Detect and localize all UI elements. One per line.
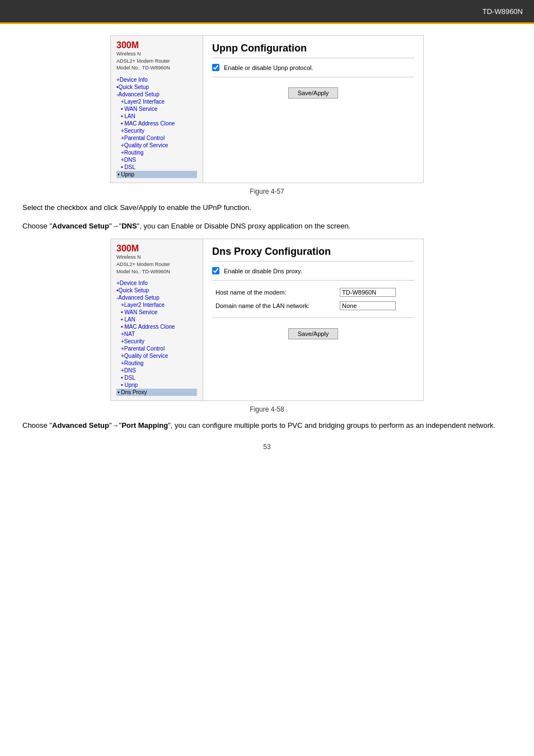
nav-device-info-1[interactable]: +Device Info (116, 76, 197, 83)
nav-upnp-1[interactable]: • Upnp (116, 171, 197, 178)
dns-enable-checkbox[interactable] (212, 267, 219, 274)
domain-input[interactable] (340, 301, 396, 310)
nav-advanced-setup-2[interactable]: -Advanced Setup (116, 294, 197, 301)
nav-layer2-2[interactable]: +Layer2 Interface (116, 301, 197, 309)
nav-security-1[interactable]: +Security (116, 127, 197, 134)
nav-quick-setup-2[interactable]: •Quick Setup (116, 287, 197, 294)
sidebar-upnp: 300M Wireless N ADSL2+ Modem Router Mode… (111, 36, 203, 183)
domain-row: Domain name of the LAN network: (213, 300, 413, 312)
nav-dns-1[interactable]: +DNS (116, 156, 197, 164)
nav-parental-1[interactable]: +Parental Control (116, 134, 197, 142)
paragraph-dns-intro: Choose "Advanced Setup"→"DNS", you can E… (22, 221, 512, 232)
dns-checkbox-row: Enable or disable Dns proxy. (212, 267, 414, 274)
sidebar-dns: 300M Wireless N ADSL2+ Modem Router Mode… (111, 239, 203, 400)
para2-bold1: Advanced Setup (52, 222, 109, 230)
router-main-upnp: Upnp Configuration Enable or disable Upn… (203, 36, 423, 183)
separator-1 (212, 77, 414, 77)
para3-bold1: Advanced Setup (52, 421, 109, 430)
nav-dsl-1[interactable]: • DSL (116, 164, 197, 171)
nav-parental-2[interactable]: +Parental Control (116, 345, 197, 352)
upnp-enable-checkbox[interactable] (212, 64, 219, 71)
nav-lan-2[interactable]: • LAN (116, 316, 197, 323)
nav-dns-proxy-2[interactable]: • Dns Proxy (116, 389, 197, 396)
nav-routing-1[interactable]: +Routing (116, 149, 197, 156)
domain-value-cell (338, 300, 413, 312)
dns-panel-title: Dns Proxy Configuration (212, 246, 414, 262)
separator-3 (212, 318, 414, 318)
para2-bold2: DNS (121, 222, 137, 230)
paragraph-port-mapping: Choose "Advanced Setup"→"Port Mapping", … (22, 420, 512, 432)
router-box-dns: 300M Wireless N ADSL2+ Modem Router Mode… (110, 239, 424, 401)
paragraph-upnp: Select the checkbox and click Save/Apply… (22, 202, 512, 214)
router-main-dns: Dns Proxy Configuration Enable or disabl… (203, 239, 423, 400)
nav-wan-service-2[interactable]: • WAN Service (116, 309, 197, 316)
dns-checkbox-label: Enable or disable Dns proxy. (224, 268, 302, 274)
top-bar-title: TD-W8960N (483, 7, 523, 16)
upnp-save-button[interactable]: Save/Apply (288, 87, 339, 99)
para3-bold2: Port Mapping (121, 421, 168, 430)
figure-caption-57: Figure 4-57 (22, 188, 512, 195)
upnp-checkbox-row: Enable or disable Upnp protocol. (212, 64, 414, 71)
upnp-panel-title: Upnp Configuration (212, 43, 414, 58)
dns-btn-container: Save/Apply (212, 324, 414, 339)
nav-quick-setup-1[interactable]: •Quick Setup (116, 83, 197, 91)
dns-save-button[interactable]: Save/Apply (288, 328, 339, 339)
top-bar: TD-W8960N (0, 0, 534, 22)
nav-routing-2[interactable]: +Routing (116, 360, 197, 367)
nav-dns-2[interactable]: +DNS (116, 367, 197, 374)
domain-label: Domain name of the LAN network: (213, 300, 336, 312)
nav-upnp-2[interactable]: • Upnp (116, 381, 197, 389)
separator-2 (212, 280, 414, 281)
router-logo-1: 300M Wireless N ADSL2+ Modem Router Mode… (116, 40, 197, 72)
dns-form-table: Host name of the modem: Domain name of t… (212, 285, 414, 313)
nav-dsl-2[interactable]: • DSL (116, 374, 197, 381)
nav-nat-2[interactable]: +NAT (116, 330, 197, 338)
host-input[interactable] (340, 288, 396, 297)
nav-layer2-1[interactable]: +Layer2 Interface (116, 98, 197, 105)
router-logo-2: 300M Wireless N ADSL2+ Modem Router Mode… (116, 244, 197, 275)
logo-300m-2: 300M (116, 244, 197, 254)
page-number: 53 (22, 443, 512, 451)
nav-mac-clone-1[interactable]: • MAC Address Clone (116, 120, 197, 127)
content-area: 300M Wireless N ADSL2+ Modem Router Mode… (0, 24, 534, 462)
nav-qos-2[interactable]: +Quality of Service (116, 352, 197, 360)
host-label: Host name of the modem: (213, 286, 336, 298)
figure-caption-58: Figure 4-58 (22, 405, 512, 413)
logo-300m-1: 300M (116, 40, 197, 50)
upnp-btn-container: Save/Apply (212, 83, 414, 99)
host-value-cell (338, 286, 413, 298)
nav-mac-clone-2[interactable]: • MAC Address Clone (116, 323, 197, 330)
logo-sub-1: Wireless N ADSL2+ Modem Router Model No.… (116, 50, 197, 72)
nav-qos-1[interactable]: +Quality of Service (116, 142, 197, 149)
logo-sub-2: Wireless N ADSL2+ Modem Router Model No.… (116, 254, 197, 275)
nav-advanced-setup-1[interactable]: -Advanced Setup (116, 91, 197, 98)
router-box-upnp: 300M Wireless N ADSL2+ Modem Router Mode… (110, 35, 424, 183)
nav-security-2[interactable]: +Security (116, 338, 197, 345)
nav-wan-service-1[interactable]: • WAN Service (116, 105, 197, 113)
nav-device-info-2[interactable]: +Device Info (116, 279, 197, 287)
upnp-checkbox-label: Enable or disable Upnp protocol. (224, 64, 313, 71)
host-row: Host name of the modem: (213, 286, 413, 298)
nav-lan-1[interactable]: • LAN (116, 113, 197, 120)
